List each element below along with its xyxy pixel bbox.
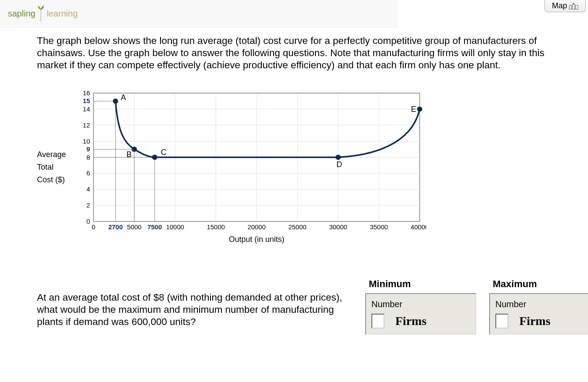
- svg-point-55: [132, 147, 137, 152]
- question-text: At an average total cost of $8 (with not…: [37, 278, 352, 328]
- svg-text:B: B: [127, 150, 132, 159]
- minimum-header: Minimum: [365, 278, 476, 290]
- maximum-label: Number: [495, 299, 588, 309]
- svg-rect-1: [572, 4, 575, 9]
- svg-text:15000: 15000: [207, 223, 225, 231]
- svg-rect-2: [576, 5, 578, 9]
- svg-text:E: E: [411, 105, 416, 114]
- map-button[interactable]: Map: [545, 0, 586, 12]
- svg-text:C: C: [161, 148, 167, 157]
- chart-container: Average Total Cost ($) 05000100001500020…: [37, 89, 559, 245]
- svg-text:12: 12: [83, 121, 90, 129]
- minimum-box: Number Firms: [365, 293, 476, 335]
- minimum-block: Minimum Number Firms: [365, 278, 476, 335]
- maximum-block: Maximum Number Firms: [489, 278, 588, 335]
- svg-text:14: 14: [83, 105, 90, 113]
- svg-text:2700: 2700: [108, 223, 123, 231]
- svg-text:15: 15: [83, 97, 90, 105]
- sprout-icon: [36, 4, 46, 23]
- svg-point-59: [336, 155, 341, 160]
- svg-text:16: 16: [83, 89, 90, 97]
- svg-text:0: 0: [92, 223, 95, 231]
- svg-text:5000: 5000: [127, 223, 141, 231]
- svg-text:9: 9: [87, 145, 90, 153]
- brand-logo: sapling learning: [8, 4, 78, 23]
- map-icon: [569, 2, 578, 10]
- svg-text:30000: 30000: [329, 223, 347, 231]
- brand-left: sapling: [8, 9, 35, 19]
- svg-text:35000: 35000: [370, 223, 388, 231]
- svg-rect-0: [569, 5, 572, 9]
- maximum-input[interactable]: [495, 314, 508, 328]
- svg-point-53: [113, 99, 118, 104]
- svg-text:Output (in units): Output (in units): [229, 235, 284, 244]
- maximum-unit: Firms: [519, 314, 551, 328]
- maximum-box: Number Firms: [489, 293, 588, 335]
- svg-point-57: [152, 155, 157, 160]
- brand-right: learning: [47, 9, 77, 19]
- svg-text:4: 4: [87, 186, 90, 193]
- intro-text: The graph below shows the long run avera…: [37, 35, 559, 71]
- svg-text:A: A: [121, 94, 126, 102]
- svg-text:0: 0: [87, 218, 90, 225]
- svg-text:6: 6: [87, 170, 90, 177]
- svg-text:7500: 7500: [147, 223, 162, 231]
- svg-text:25000: 25000: [288, 223, 307, 231]
- svg-text:20000: 20000: [247, 223, 266, 231]
- svg-text:8: 8: [87, 154, 90, 161]
- header-bar: sapling learning: [0, 0, 398, 28]
- svg-text:D: D: [337, 160, 342, 169]
- minimum-input[interactable]: [371, 314, 384, 328]
- svg-point-61: [417, 107, 422, 112]
- svg-text:2: 2: [87, 202, 90, 209]
- y-axis-label: Average Total Cost ($): [37, 148, 67, 186]
- svg-text:40000: 40000: [411, 223, 426, 231]
- lratc-chart: 0500010000150002000025000300003500040000…: [70, 89, 426, 245]
- minimum-label: Number: [371, 299, 470, 309]
- map-button-label: Map: [552, 1, 567, 10]
- svg-text:10000: 10000: [166, 223, 184, 231]
- maximum-header: Maximum: [489, 278, 588, 290]
- svg-text:10: 10: [83, 137, 90, 145]
- minimum-unit: Firms: [395, 314, 427, 328]
